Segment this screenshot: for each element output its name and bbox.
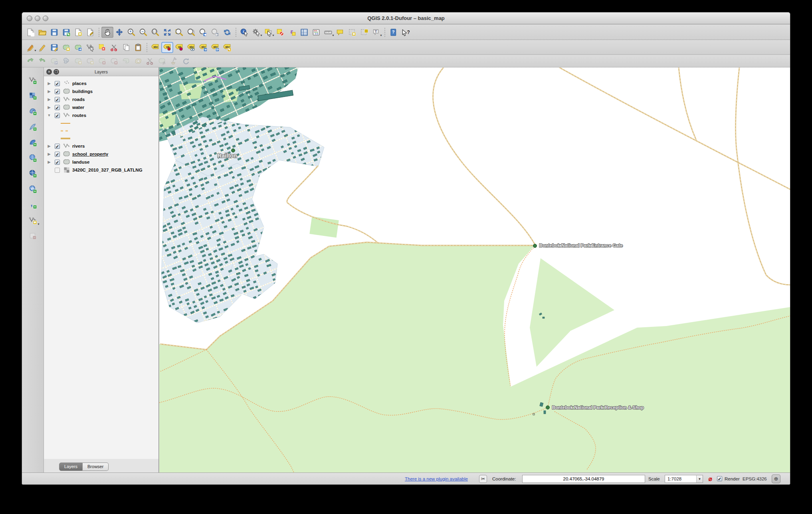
layer-visibility-checkbox[interactable]: ✓: [55, 81, 60, 86]
field-calculator-icon[interactable]: [310, 27, 322, 38]
measure-icon[interactable]: ▼: [322, 27, 334, 38]
add-feature-icon[interactable]: ✱: [60, 42, 72, 53]
map-refresh-icon[interactable]: [221, 27, 233, 38]
map-canvas[interactable]: RailtonBontebok National Park Entrance G…: [159, 67, 790, 473]
layer-item-water[interactable]: ▶✓water: [44, 103, 158, 111]
label-move-icon[interactable]: abc➜: [197, 42, 209, 53]
layer-item-roads[interactable]: ▶✓roads: [44, 95, 158, 103]
redo-icon[interactable]: [36, 56, 48, 66]
layer-name[interactable]: school_property: [72, 152, 108, 156]
layer-name[interactable]: routes: [72, 113, 86, 118]
layer-item-rivers[interactable]: ▶✓rivers: [44, 142, 158, 150]
add-delimited-text-layer-icon[interactable]: ,+: [26, 198, 40, 211]
stop-render-icon[interactable]: ⌀: [706, 475, 714, 483]
panel-close-icon[interactable]: ✕: [46, 69, 52, 75]
add-wcs-layer-icon[interactable]: +: [26, 167, 40, 180]
layer-expander-icon[interactable]: ▶: [46, 89, 52, 93]
layer-item-routes[interactable]: ▼✓routes: [44, 111, 158, 119]
layer-name[interactable]: rivers: [72, 144, 85, 148]
layer-expander-icon[interactable]: ▶: [46, 81, 52, 85]
help-contents-icon[interactable]: ?: [387, 27, 399, 38]
save-layer-edits-icon[interactable]: [48, 42, 60, 53]
show-bookmarks-icon[interactable]: [358, 27, 370, 38]
paste-features-icon[interactable]: [132, 42, 144, 53]
toggle-editing-icon[interactable]: [36, 42, 48, 53]
zoom-to-layer-icon[interactable]: [185, 27, 197, 38]
whats-this-icon[interactable]: ?: [399, 27, 411, 38]
layer-expander-icon[interactable]: ▶: [46, 152, 52, 156]
zoom-out-icon[interactable]: −: [137, 27, 149, 38]
panel-tab-layers[interactable]: Layers: [59, 463, 83, 471]
run-feature-action-icon[interactable]: ▼: [250, 27, 262, 38]
zoom-full-extent-icon[interactable]: [161, 27, 173, 38]
plugin-icon[interactable]: ✂: [479, 475, 487, 483]
add-mssql-layer-icon[interactable]: +: [26, 136, 40, 149]
crs-status-icon[interactable]: ⊕: [772, 474, 780, 483]
layer-expander-icon[interactable]: ▶: [46, 105, 52, 109]
label-properties-icon[interactable]: abc✎: [221, 42, 233, 53]
layer-item-school_property[interactable]: ▶✓school_property: [44, 150, 158, 158]
layer-name[interactable]: landuse: [72, 160, 89, 164]
node-tool-icon[interactable]: [84, 42, 96, 53]
layer-labeling-options-icon[interactable]: abc: [149, 42, 161, 53]
text-annotation-icon[interactable]: T▼: [370, 27, 382, 38]
composer-manager-icon[interactable]: [84, 27, 96, 38]
scale-dropdown-icon[interactable]: ▼: [696, 475, 703, 482]
move-feature-icon[interactable]: ➜: [72, 42, 84, 53]
layer-expander-icon[interactable]: ▶: [46, 144, 52, 148]
add-vector-layer-icon[interactable]: +: [26, 74, 40, 87]
layer-visibility-checkbox[interactable]: ✓: [55, 144, 60, 149]
new-print-composer-icon[interactable]: ✱: [72, 27, 84, 38]
pan-map-icon[interactable]: [101, 27, 113, 38]
scale-combobox[interactable]: 1:7028 ▼: [665, 475, 703, 483]
layer-name[interactable]: water: [72, 105, 84, 110]
add-spatialite-layer-icon[interactable]: +: [26, 121, 40, 133]
identify-features-icon[interactable]: i: [238, 27, 250, 38]
save-project-as-icon[interactable]: ✎: [60, 27, 72, 38]
label-rotate-icon[interactable]: abc⟳: [209, 42, 221, 53]
zoom-last-icon[interactable]: ◀: [197, 27, 209, 38]
current-edits-icon[interactable]: ▼: [24, 42, 36, 53]
deselect-features-icon[interactable]: [274, 27, 286, 38]
undo-icon[interactable]: [24, 56, 36, 66]
layer-visibility-checkbox[interactable]: ✓: [55, 160, 60, 165]
layer-name[interactable]: roads: [72, 97, 85, 102]
layer-name[interactable]: 3420C_2010_327_RGB_LATLNG: [72, 168, 143, 172]
pan-to-selection-icon[interactable]: [113, 27, 125, 38]
add-raster-layer-icon[interactable]: +: [26, 89, 40, 102]
layer-name[interactable]: buildings: [72, 89, 93, 94]
label-show-hide-icon[interactable]: abc: [185, 42, 197, 53]
select-features-icon[interactable]: ▼: [262, 27, 274, 38]
save-project-icon[interactable]: [48, 27, 60, 38]
map-tips-icon[interactable]: [334, 27, 346, 38]
layer-expander-icon[interactable]: ▼: [46, 113, 52, 117]
layer-item-3420C_2010_327_RGB_LATLNG[interactable]: ✓3420C_2010_327_RGB_LATLNG: [44, 166, 158, 174]
new-bookmark-icon[interactable]: ✱: [346, 27, 358, 38]
panel-tab-browser[interactable]: Browser: [83, 463, 109, 471]
open-project-icon[interactable]: [36, 27, 48, 38]
delete-selected-icon[interactable]: ✕: [96, 42, 108, 53]
zoom-to-selection-icon[interactable]: [173, 27, 185, 38]
copy-features-icon[interactable]: [120, 42, 132, 53]
layer-visibility-checkbox[interactable]: ✓: [55, 152, 60, 157]
add-wfs-layer-icon[interactable]: +: [26, 183, 40, 196]
render-checkbox[interactable]: ✓: [717, 476, 722, 481]
add-wms-layer-icon[interactable]: +: [26, 152, 40, 164]
layer-visibility-checkbox[interactable]: ✓: [55, 97, 60, 102]
zoom-native-icon[interactable]: 1:1: [149, 27, 161, 38]
panel-float-icon[interactable]: ❐: [53, 69, 59, 75]
coordinate-input[interactable]: [522, 475, 645, 483]
layer-visibility-checkbox[interactable]: ✓: [55, 168, 60, 173]
layer-visibility-checkbox[interactable]: ✓: [55, 113, 60, 118]
layer-item-landuse[interactable]: ▶✓landuse: [44, 158, 158, 166]
new-plugin-link[interactable]: There is a new plugin available: [405, 476, 468, 481]
zoom-in-icon[interactable]: +: [125, 27, 137, 38]
layer-item-buildings[interactable]: ▶✓buildings: [44, 87, 158, 95]
cut-features-icon[interactable]: [108, 42, 120, 53]
layer-name[interactable]: places: [72, 81, 87, 86]
layer-item-places[interactable]: ▶✓places: [44, 79, 158, 87]
label-highlight-pinned-icon[interactable]: ab: [173, 42, 185, 53]
layer-visibility-checkbox[interactable]: ✓: [55, 105, 60, 110]
new-project-icon[interactable]: [24, 27, 36, 38]
open-attribute-table-icon[interactable]: [298, 27, 310, 38]
